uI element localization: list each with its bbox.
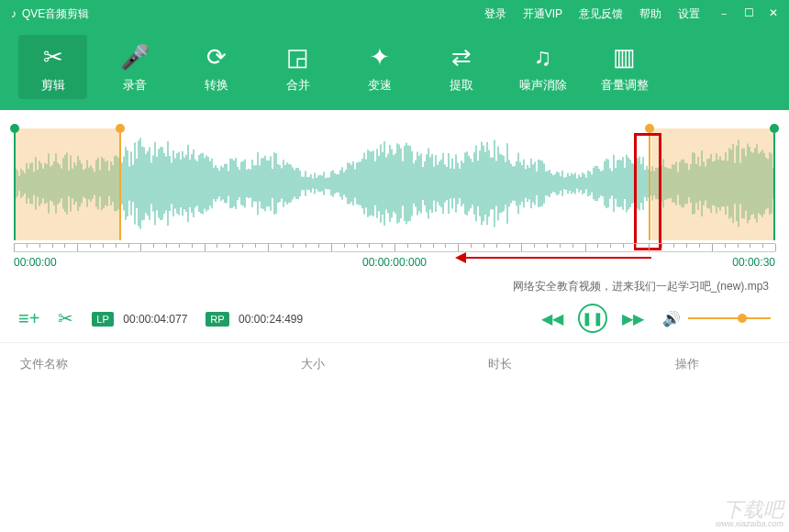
annotation-arrow [459,257,651,259]
tool-extract[interactable]: ⇄ 提取 [427,35,495,99]
time-end: 00:00:30 [732,256,775,269]
top-menu: 登录 开通VIP 意见反馈 帮助 设置 [484,6,700,22]
app-title: QVE音频剪辑 [22,6,484,22]
tool-volume[interactable]: ▥ 音量调整 [590,35,659,99]
tool-denoise[interactable]: ♫ 噪声消除 [508,35,577,99]
menu-feedback[interactable]: 意见反馈 [579,6,623,22]
time-center: 00:00:00:000 [362,256,427,269]
denoise-icon: ♫ [534,40,552,73]
annotation-red-box [634,133,661,250]
controls-bar: ≡+ ✂ LP 00:00:04:077 RP 00:00:24:499 ◀◀ … [0,294,789,342]
lp-group: LP 00:00:04:077 [92,310,187,327]
tool-speed-label: 变速 [368,77,392,94]
window-controls: － ☐ ✕ [718,6,778,22]
col-action: 操作 [675,356,769,372]
tool-extract-label: 提取 [450,77,473,94]
waveform-area: 00:00:00 00:00:00:000 00:00:30 [0,110,789,273]
maximize-icon[interactable]: ☐ [744,6,754,22]
menu-settings[interactable]: 设置 [678,6,700,22]
lp-badge[interactable]: LP [92,312,113,327]
menu-help[interactable]: 帮助 [639,6,661,22]
rp-badge[interactable]: RP [206,312,228,327]
speaker-icon[interactable]: 🔊 [662,310,681,327]
volume-thumb[interactable] [738,314,747,323]
time-ruler [14,243,775,252]
extract-icon: ⇄ [451,40,472,73]
lp-time: 00:00:04:077 [123,313,187,326]
prev-icon[interactable]: ◀◀ [541,310,563,327]
volume-control: 🔊 [662,310,771,327]
current-filename: 网络安全教育视频，进来我们一起学习吧_(new).mp3 [0,273,789,294]
close-icon[interactable]: ✕ [769,6,778,22]
tool-cut-label: 剪辑 [41,77,65,94]
selection-right [651,128,775,240]
tool-merge[interactable]: ◲ 合并 [263,35,332,99]
waveform-canvas[interactable] [14,124,775,252]
selection-left [14,128,119,240]
watermark-url: www.xiazaiba.com [716,520,783,528]
range-start-line [14,128,16,240]
watermark: 下载吧 www.xiazaiba.com [716,500,783,528]
merge-icon: ◲ [286,40,309,73]
tool-convert-label: 转换 [205,77,228,94]
tool-denoise-label: 噪声消除 [519,77,567,94]
player-controls: ◀◀ ❚❚ ▶▶ [541,304,644,333]
scissors-icon: ✂ [43,40,63,73]
tool-convert[interactable]: ⟳ 转换 [182,35,250,99]
lp-line [119,128,121,240]
speed-icon: ✦ [370,40,390,73]
volume-slider[interactable] [688,317,771,319]
play-pause-button[interactable]: ❚❚ [578,304,607,333]
volume-icon: ▥ [613,40,636,73]
cut-icon[interactable]: ✂ [58,307,73,329]
tool-record-label: 录音 [123,77,147,94]
time-start: 00:00:00 [14,256,57,269]
menu-vip[interactable]: 开通VIP [523,6,562,22]
main-toolbar: ✂ 剪辑 🎤 录音 ⟳ 转换 ◲ 合并 ✦ 变速 ⇄ 提取 ♫ 噪声消除 ▥ 音… [0,28,789,110]
watermark-text: 下载吧 [723,498,783,521]
tool-speed[interactable]: ✦ 变速 [345,35,414,99]
titlebar: ♪ QVE音频剪辑 登录 开通VIP 意见反馈 帮助 设置 － ☐ ✕ [0,0,789,28]
file-table-header: 文件名称 大小 时长 操作 [0,342,789,385]
minimize-icon[interactable]: － [718,6,729,22]
menu-login[interactable]: 登录 [484,6,506,22]
app-logo-icon: ♪ [11,7,17,20]
col-duration: 时长 [488,356,675,372]
rp-time: 00:00:24:499 [239,313,303,326]
mic-icon: 🎤 [120,40,150,73]
tool-cut[interactable]: ✂ 剪辑 [18,35,87,99]
rp-group: RP 00:00:24:499 [206,310,303,327]
time-labels: 00:00:00 00:00:00:000 00:00:30 [14,256,775,269]
tool-merge-label: 合并 [286,77,310,94]
add-list-icon[interactable]: ≡+ [18,308,39,329]
next-icon[interactable]: ▶▶ [622,310,644,327]
tool-record[interactable]: 🎤 录音 [100,35,169,99]
convert-icon: ⟳ [206,40,227,73]
tool-volume-label: 音量调整 [601,77,649,94]
range-end-line [773,128,775,240]
col-size: 大小 [301,356,488,372]
col-name: 文件名称 [20,356,301,372]
